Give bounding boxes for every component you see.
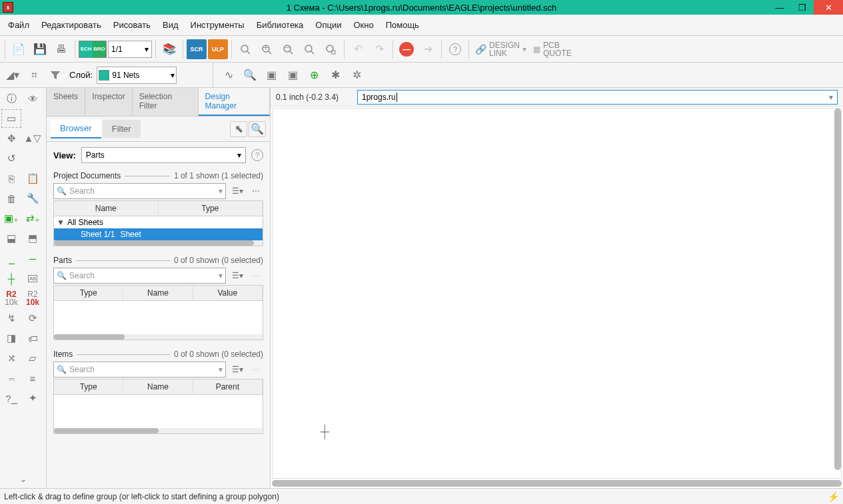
ulp-button[interactable]: ULP — [208, 39, 228, 59]
items-col-type[interactable]: Type — [54, 379, 123, 394]
maximize-button[interactable]: ❐ — [791, 0, 814, 15]
zoom-select-icon[interactable] — [321, 39, 341, 59]
tab-design-manager[interactable]: Design Manager — [199, 88, 270, 116]
attribute-icon[interactable]: ✦ — [23, 389, 43, 407]
minimize-button[interactable]: — — [768, 0, 791, 15]
smash-icon[interactable]: ↯ — [1, 309, 21, 328]
menu-file[interactable]: Файл — [3, 17, 35, 33]
schematic-canvas[interactable]: ┼ — [272, 108, 842, 479]
module-tool-icon[interactable]: ∿ — [219, 65, 239, 85]
zoom-redraw-icon[interactable] — [299, 39, 319, 59]
pinswap-icon[interactable]: ⬒ — [23, 229, 43, 248]
docs-hscroll[interactable] — [54, 240, 263, 246]
scr-button[interactable]: SCR — [187, 39, 207, 59]
search-tool-icon[interactable]: 🔍 — [240, 65, 260, 85]
line-icon[interactable]: ⎯ — [1, 249, 21, 268]
gear2-icon[interactable]: ✲ — [347, 65, 367, 85]
add-plus-icon[interactable]: ⊕ — [304, 65, 324, 85]
items-search[interactable]: 🔍 Search ▾ — [53, 362, 226, 378]
library-icon[interactable]: 📚 — [159, 39, 179, 59]
docs-row-root[interactable]: ▼All Sheets — [54, 216, 263, 228]
layers-icon[interactable]: ◢▾ — [3, 65, 23, 85]
menu-window[interactable]: Окно — [348, 17, 379, 33]
docs-row-sheet[interactable]: Sheet 1/1 Sheet — [54, 228, 263, 240]
menu-draw[interactable]: Рисовать — [108, 17, 156, 33]
rotate-icon[interactable]: ↺ — [1, 149, 21, 168]
redo-icon[interactable]: ↷ — [369, 39, 389, 59]
replace-icon[interactable]: ⇄₊ — [23, 209, 43, 228]
pcb-quote-button[interactable]: ▦ PCBQUOTE — [530, 41, 574, 57]
show-icon[interactable]: 👁 — [23, 89, 43, 108]
sheet-selector[interactable]: 1/1 ▾ — [108, 41, 152, 58]
subtab-filter[interactable]: Filter — [103, 120, 141, 138]
zoom-in-icon[interactable]: + — [257, 39, 277, 59]
print-icon[interactable]: 🖶 — [51, 39, 71, 59]
add-part-icon[interactable]: ▣₊ — [1, 209, 21, 228]
undo-icon[interactable]: ↶ — [348, 39, 368, 59]
parts-hscroll[interactable] — [54, 334, 263, 340]
erc-icon[interactable]: ▣ — [261, 65, 281, 85]
stop-button[interactable]: — — [397, 39, 417, 59]
close-button[interactable]: ✕ — [814, 0, 843, 15]
items-more-icon[interactable]: ⋯ — [249, 362, 263, 377]
menu-view[interactable]: Вид — [157, 17, 184, 33]
view-dropdown[interactable]: Parts ▾ — [81, 147, 246, 163]
command-input[interactable]: 1progs.ru ▾ — [357, 90, 838, 105]
errors-icon[interactable]: ▣ — [283, 65, 303, 85]
items-col-name[interactable]: Name — [123, 379, 193, 394]
gateswap-icon[interactable]: ⬓ — [1, 229, 21, 248]
bolt-icon[interactable]: ⚡ — [828, 491, 839, 502]
paste-icon[interactable]: 📋 — [23, 169, 43, 188]
zoom-fit-icon[interactable] — [235, 39, 255, 59]
wire-icon[interactable]: ⎓ — [1, 369, 21, 387]
mirror-icon[interactable]: ▲▽ — [23, 129, 43, 148]
palette-expand-icon[interactable]: ⌄ — [17, 471, 30, 487]
docs-search[interactable]: 🔍 Search ▾ — [53, 183, 226, 199]
items-list-icon[interactable]: ☰▾ — [230, 362, 245, 377]
docs-list-icon[interactable]: ☰▾ — [230, 184, 245, 198]
grid-icon[interactable]: ⌗ — [24, 65, 44, 85]
parts-col-name[interactable]: Name — [123, 286, 193, 300]
subtab-browser[interactable]: Browser — [51, 119, 101, 138]
tab-selection-filter[interactable]: Selection Filter — [133, 88, 199, 116]
open-icon[interactable]: 📄 — [9, 39, 29, 59]
name-icon[interactable]: R210k — [1, 289, 21, 308]
filter-icon[interactable] — [45, 65, 65, 85]
menu-library[interactable]: Библиотека — [251, 17, 309, 33]
help-icon[interactable]: ? — [445, 39, 465, 59]
label-icon[interactable]: AB — [23, 269, 43, 288]
layer-dropdown[interactable]: 91 Nets ▾ — [97, 67, 177, 84]
value-icon[interactable]: R210k — [23, 289, 43, 308]
text-icon[interactable]: ≡ — [23, 369, 43, 387]
parts-col-type[interactable]: Type — [54, 286, 123, 300]
tag-icon[interactable]: 🏷 — [23, 329, 43, 348]
canvas-hscroll[interactable] — [272, 480, 842, 487]
move-icon[interactable]: ✥ — [1, 129, 21, 148]
menu-options[interactable]: Опции — [310, 17, 347, 33]
design-link-button[interactable]: 🔗 DESIGNLINK ▾ — [472, 41, 529, 57]
split-icon[interactable]: ⤨ — [1, 349, 21, 368]
docs-more-icon[interactable]: ⋯ — [249, 184, 263, 198]
items-hscroll[interactable] — [54, 428, 263, 433]
tab-sheets[interactable]: Sheets — [47, 88, 85, 116]
net-icon[interactable]: ─ — [23, 249, 43, 268]
invoke-icon[interactable]: ▱ — [23, 349, 43, 368]
docs-col-name[interactable]: Name — [54, 201, 159, 216]
erase-icon[interactable]: ◨ — [1, 329, 21, 348]
copy-icon[interactable]: ⎘ — [1, 169, 21, 188]
info-icon[interactable]: ⓘ — [1, 89, 21, 108]
parts-list-icon[interactable]: ☰▾ — [230, 268, 245, 283]
gear-icon[interactable]: ✱ — [325, 65, 345, 85]
items-col-parent[interactable]: Parent — [193, 379, 263, 394]
zoom-mode-icon[interactable]: 🔍 — [249, 121, 266, 137]
dimline-icon[interactable]: ?⎯ — [1, 389, 21, 407]
miter-icon[interactable]: ⟳ — [23, 309, 43, 328]
group-icon[interactable]: ▭ — [1, 109, 21, 128]
menu-edit[interactable]: Редактировать — [36, 17, 107, 33]
delete-icon[interactable]: 🗑 — [1, 189, 21, 208]
parts-more-icon[interactable]: ⋯ — [249, 268, 263, 283]
go-icon[interactable]: ➜ — [418, 39, 438, 59]
view-help-icon[interactable]: ? — [251, 149, 263, 161]
save-icon[interactable]: 💾 — [30, 39, 50, 59]
sch-brd-switch[interactable]: SCH BRD — [79, 41, 107, 58]
